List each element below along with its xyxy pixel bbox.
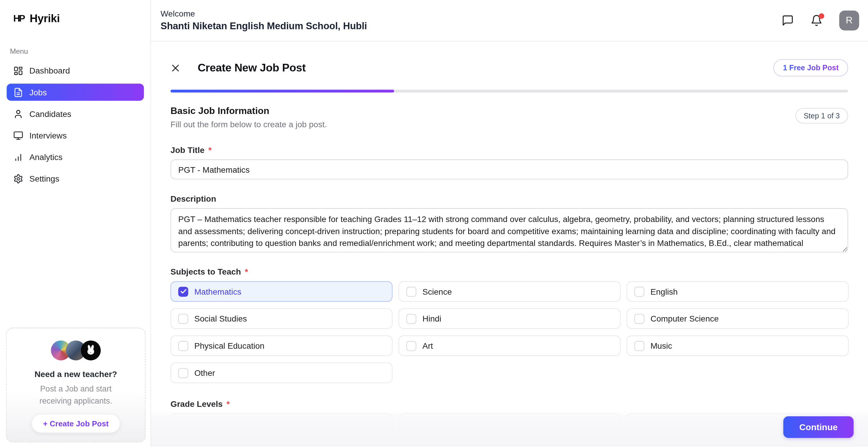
subject-option-label: Physical Education [194,341,265,350]
school-name: Shanti Niketan English Medium School, Hu… [161,20,367,32]
subject-option-other[interactable]: Other [170,362,393,383]
job-title-label: Job Title* [170,145,848,154]
sidebar-item-label: Jobs [29,87,46,97]
required-asterisk: * [226,399,230,409]
checkbox-unchecked-icon[interactable] [406,314,416,324]
promo-title: Need a new teacher? [7,369,145,379]
checkbox-unchecked-icon[interactable] [634,341,645,351]
job-post-form-page: Create New Job Post 1 Free Job Post Basi… [151,42,868,447]
close-icon[interactable] [170,63,181,73]
subject-option-social-studies[interactable]: Social Studies [170,308,393,329]
description-textarea[interactable]: PGT – Mathematics teacher responsible fo… [170,208,848,252]
free-job-post-badge-text: 1 Free Job Post [783,64,839,72]
checkbox-unchecked-icon[interactable] [634,286,645,296]
user-avatar[interactable]: R [839,11,860,31]
subject-option-label: Science [423,287,452,296]
subject-option-hindi[interactable]: Hindi [399,308,621,329]
subject-option-mathematics[interactable]: Mathematics [170,281,393,302]
subject-option-label: Music [650,341,672,350]
sidebar-item-jobs[interactable]: Jobs [7,84,144,101]
welcome-text: Welcome [161,9,367,18]
header-actions: R [782,11,868,31]
sidebar-item-label: Analytics [29,152,63,162]
rabbit-icon [84,344,97,357]
rabbit-logo-avatar [81,341,101,360]
checkbox-unchecked-icon[interactable] [406,341,416,351]
sidebar-item-label: Settings [29,174,59,183]
top-header: Welcome Shanti Niketan English Medium Sc… [151,0,868,42]
settings-icon [13,173,23,184]
section-subtitle: Fill out the form below to create a job … [170,120,327,129]
page-title: Create New Job Post [197,61,306,74]
subject-option-physical-education[interactable]: Physical Education [170,336,393,356]
section-header: Basic Job Information Fill out the form … [170,106,848,129]
subject-option-art[interactable]: Art [399,336,621,356]
chat-icon[interactable] [782,14,794,27]
subject-option-label: English [650,287,678,296]
subject-option-label: Other [194,368,215,378]
interviews-icon [13,130,23,140]
subject-option-computer-science[interactable]: Computer Science [627,308,849,329]
checkbox-checked-icon[interactable] [178,286,188,296]
bell-icon[interactable] [810,14,823,27]
sidebar-nav: DashboardJobsCandidatesInterviewsAnalyti… [0,62,151,187]
sidebar-item-dashboard[interactable]: Dashboard [7,62,144,79]
continue-button[interactable]: Continue [783,416,854,438]
subject-option-label: Art [423,341,433,350]
section-title: Basic Job Information [170,106,327,117]
subject-option-english[interactable]: English [627,281,849,302]
checkbox-unchecked-icon[interactable] [406,286,416,296]
promo-subtitle: Post a Job and start receiving applicant… [26,383,126,407]
subjects-label: Subjects to Teach* [170,267,848,276]
promo-avatars [7,341,145,360]
analytics-icon [13,152,23,162]
subjects-checkbox-grid: MathematicsScienceEnglishSocial StudiesH… [170,281,848,383]
description-label: Description [170,194,848,203]
brand-name: Hyriki [30,12,60,25]
hyriki-logo-icon: HP [13,13,24,24]
promo-card: Need a new teacher? Post a Job and start… [6,328,146,442]
required-asterisk: * [209,145,212,154]
progress-track [170,90,848,92]
dashboard-icon [13,66,23,75]
subjects-label-text: Subjects to Teach [170,267,241,276]
job-title-input[interactable] [170,159,848,180]
sidebar-item-label: Interviews [29,131,67,140]
welcome-block: Welcome Shanti Niketan English Medium Sc… [151,9,367,32]
subject-option-label: Mathematics [194,287,241,296]
sidebar-item-label: Candidates [29,109,71,118]
sidebar-item-interviews[interactable]: Interviews [7,127,144,144]
free-job-post-badge: 1 Free Job Post [774,59,848,76]
candidates-icon [13,109,23,119]
grade-levels-label: Grade Levels* [170,399,848,409]
job-title-label-text: Job Title [170,145,205,154]
checkbox-unchecked-icon[interactable] [178,314,188,324]
sidebar-item-candidates[interactable]: Candidates [7,105,144,122]
sidebar: HP Hyriki Menu DashboardJobsCandidatesIn… [0,0,151,447]
footer-bar: Continue [151,410,868,447]
subject-option-science[interactable]: Science [399,281,621,302]
checkbox-unchecked-icon[interactable] [178,341,188,351]
jobs-icon [13,87,23,97]
sidebar-item-label: Dashboard [29,66,70,75]
progress-fill [170,90,394,92]
brand-logo[interactable]: HP Hyriki [0,0,151,25]
menu-section-label: Menu [10,47,151,55]
checkbox-unchecked-icon[interactable] [634,314,645,324]
modal-header: Create New Job Post 1 Free Job Post [170,59,848,76]
description-label-text: Description [170,194,216,203]
checkbox-unchecked-icon[interactable] [178,368,188,378]
subject-option-label: Hindi [423,314,441,323]
required-asterisk: * [245,267,248,276]
sidebar-item-settings[interactable]: Settings [7,170,144,187]
notification-dot [819,13,824,19]
subject-option-music[interactable]: Music [627,336,849,356]
grade-levels-label-text: Grade Levels [170,399,223,409]
create-job-post-button[interactable]: + Create Job Post [32,414,120,433]
subject-option-label: Social Studies [194,314,247,323]
sidebar-item-analytics[interactable]: Analytics [7,149,144,166]
app-root: HP Hyriki Menu DashboardJobsCandidatesIn… [0,0,868,447]
step-badge: Step 1 of 3 [795,108,848,124]
subject-option-label: Computer Science [650,314,719,323]
